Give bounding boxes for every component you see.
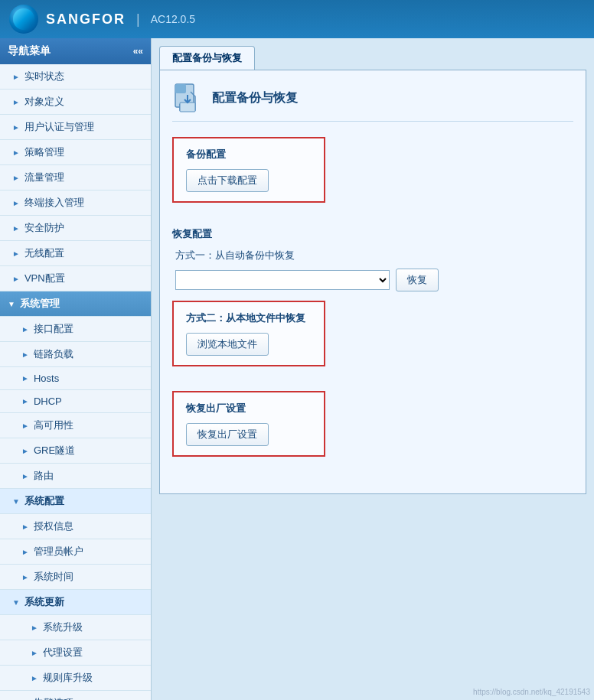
tab-configbackup[interactable]: 配置备份与恢复 (159, 46, 255, 70)
backup-box: 备份配置 点击下载配置 (172, 137, 325, 203)
method2-box: 方式二：从本地文件中恢复 浏览本地文件 (172, 301, 325, 366)
sidebar-item-label: 链路负载 (34, 347, 73, 361)
header: SANGFOR | AC12.0.5 (0, 0, 594, 38)
sidebar-title: 导航菜单 (8, 44, 51, 58)
sidebar-item-sysmgmt[interactable]: ▼ 系统管理 (0, 291, 151, 317)
sidebar-item-label: 用户认证与管理 (24, 120, 94, 134)
sidebar-item-security[interactable]: ► 安全防护 (0, 216, 151, 241)
sidebar-section-sysupdate: ▼ 系统更新 (0, 590, 151, 615)
restore-button[interactable]: 恢复 (396, 269, 439, 291)
factory-section: 恢复出厂设置 恢复出厂设置 (172, 391, 573, 469)
collapse-icon[interactable]: «« (133, 46, 143, 57)
svg-rect-2 (180, 103, 195, 112)
sidebar-item-label: 对象定义 (24, 95, 64, 109)
sidebar-item-systime[interactable]: ► 系统时间 (0, 565, 151, 590)
brand-name: SANGFOR (46, 11, 126, 28)
arrow-icon: ► (31, 649, 38, 657)
method1-label: 方式一：从自动备份中恢复 (175, 249, 573, 262)
arrow-icon: ► (21, 472, 29, 480)
sidebar-item-realtime[interactable]: ► 实时状态 (0, 64, 151, 90)
sidebar-item-alertopt[interactable]: ► 告警选项 (0, 691, 151, 700)
arrow-icon: ► (12, 123, 20, 132)
sidebar-item-license[interactable]: ► 授权信息 (0, 514, 151, 539)
sidebar-item-label: 策略管理 (24, 145, 64, 159)
arrow-icon: ► (12, 148, 20, 157)
sidebar-item-label: 系统管理 (20, 297, 60, 311)
content-panel: 配置备份与恢复 备份配置 点击下载配置 恢复配置 方式一：从自动备份中恢复 (159, 70, 586, 494)
sidebar-item-sysupgrade[interactable]: ► 系统升级 (0, 615, 151, 640)
sidebar-item-label: 系统时间 (34, 570, 73, 584)
arrow-icon: ► (12, 174, 20, 182)
sidebar-item-objects[interactable]: ► 对象定义 (0, 90, 151, 115)
browse-file-button[interactable]: 浏览本地文件 (186, 333, 269, 356)
sidebar-item-hosts[interactable]: ► Hosts (0, 367, 151, 390)
arrow-icon: ► (12, 199, 20, 207)
watermark: https://blog.csdn.net/kq_42191543 (473, 688, 590, 696)
sidebar-item-ruleupgrade[interactable]: ► 规则库升级 (0, 666, 151, 691)
arrow-icon: ► (12, 98, 20, 106)
arrow-icon: ▼ (12, 598, 20, 607)
sidebar-item-label: 系统更新 (24, 595, 64, 609)
arrow-icon: ▼ (12, 497, 20, 506)
svg-rect-1 (175, 84, 186, 93)
backup-section: 备份配置 点击下载配置 (172, 137, 573, 215)
restore-method1-block: 方式一：从自动备份中恢复 恢复 (172, 249, 573, 291)
sidebar-item-policy[interactable]: ► 策略管理 (0, 140, 151, 165)
sidebar-item-label: 高可用性 (34, 418, 73, 432)
arrow-icon: ► (21, 447, 29, 455)
sidebar: 导航菜单 «« ► 实时状态 ► 对象定义 ► 用户认证与管理 ► 策略管理 ►… (0, 38, 152, 700)
sidebar-item-label: 路由 (34, 469, 54, 483)
page-title: 配置备份与恢复 (212, 90, 298, 106)
sidebar-item-traffic[interactable]: ► 流量管理 (0, 165, 151, 190)
sidebar-item-label: VPN配置 (24, 272, 65, 285)
sidebar-item-vpn[interactable]: ► VPN配置 (0, 266, 151, 291)
arrow-icon: ► (12, 275, 20, 283)
arrow-icon: ► (31, 623, 38, 632)
sidebar-item-label: 授权信息 (34, 519, 73, 533)
download-config-button[interactable]: 点击下载配置 (186, 169, 269, 192)
backup-title: 备份配置 (186, 148, 312, 161)
sidebar-item-label: 管理员帐户 (34, 545, 83, 558)
config-backup-icon (172, 83, 203, 113)
sidebar-item-gretunnel[interactable]: ► GRE隧道 (0, 438, 151, 464)
header-version: AC12.0.5 (151, 13, 195, 25)
sidebar-item-label: DHCP (34, 396, 62, 407)
sidebar-item-adminacct[interactable]: ► 管理员帐户 (0, 539, 151, 565)
sidebar-item-label: 流量管理 (24, 171, 64, 184)
sidebar-item-interfaces[interactable]: ► 接口配置 (0, 317, 151, 342)
auto-backup-dropdown[interactable] (175, 270, 390, 290)
sidebar-item-wireless[interactable]: ► 无线配置 (0, 241, 151, 266)
arrow-icon: ► (12, 249, 20, 258)
sidebar-item-label: 安全防护 (24, 221, 64, 235)
sidebar-item-linkbal[interactable]: ► 链路负载 (0, 342, 151, 367)
restore-method1-row: 恢复 (175, 269, 573, 291)
arrow-icon: ► (21, 422, 29, 430)
header-divider: | (136, 11, 140, 28)
sidebar-header: 导航菜单 «« (0, 38, 151, 64)
sidebar-item-dhcp[interactable]: ► DHCP (0, 390, 151, 413)
sidebar-item-highavail[interactable]: ► 高可用性 (0, 413, 151, 438)
sidebar-section-sysconfg: ▼ 系统配置 (0, 489, 151, 514)
sidebar-item-label: 告警选项 (34, 696, 73, 700)
page-title-area: 配置备份与恢复 (172, 83, 573, 122)
main-content: 配置备份与恢复 配置备份与恢复 备份配置 点击下载配置 (152, 38, 594, 700)
method2-title: 方式二：从本地文件中恢复 (186, 311, 312, 325)
sidebar-item-route[interactable]: ► 路由 (0, 464, 151, 489)
factory-title: 恢复出厂设置 (186, 402, 312, 415)
arrow-icon: ► (21, 573, 29, 581)
arrow-icon: ► (21, 325, 29, 334)
arrow-icon: ► (21, 374, 29, 383)
tab-bar: 配置备份与恢复 (159, 46, 586, 70)
sidebar-item-label: Hosts (34, 373, 59, 384)
sidebar-item-auth[interactable]: ► 用户认证与管理 (0, 115, 151, 140)
arrow-icon: ► (31, 674, 38, 682)
sidebar-item-label: 系统升级 (43, 620, 83, 634)
arrow-icon: ► (21, 397, 29, 405)
sidebar-item-proxyset[interactable]: ► 代理设置 (0, 640, 151, 666)
sidebar-item-label: 接口配置 (34, 322, 73, 336)
arrow-icon: ► (12, 73, 20, 81)
sidebar-item-terminal[interactable]: ► 终端接入管理 (0, 190, 151, 216)
sidebar-item-label: 终端接入管理 (24, 196, 84, 210)
sidebar-item-label: 系统配置 (24, 494, 64, 508)
factory-reset-button[interactable]: 恢复出厂设置 (186, 423, 269, 446)
